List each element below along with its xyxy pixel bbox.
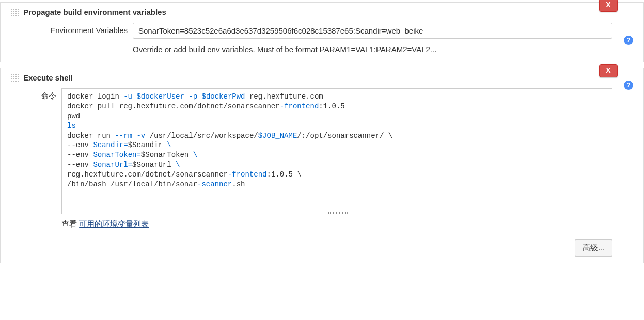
command-row: 命令 docker login -u $dockerUser -p $docke…: [1, 86, 643, 231]
help-icon[interactable]: ?: [624, 36, 633, 45]
build-step-propagate-env: X ? Propagate build environment variable…: [0, 2, 644, 62]
drag-handle-icon[interactable]: [11, 8, 19, 17]
section-header: Execute shell: [1, 73, 643, 86]
help-icon[interactable]: ?: [624, 81, 633, 90]
env-variables-label: Environment Variables: [32, 23, 133, 35]
env-vars-see-row: 查看 可用的环境变量列表: [61, 219, 612, 229]
shell-command-editor[interactable]: docker login -u $dockerUser -p $dockerPw…: [61, 88, 612, 214]
delete-build-step-button[interactable]: X: [599, 64, 618, 77]
env-variables-row: Environment Variables Override or add bu…: [1, 21, 643, 56]
env-variables-hint: Override or add build env variables. Mus…: [133, 45, 612, 54]
section-title: Execute shell: [23, 73, 73, 82]
advanced-button-row: 高级...: [1, 231, 643, 257]
see-label: 查看: [61, 219, 79, 228]
drag-handle-icon[interactable]: [11, 74, 19, 82]
build-step-execute-shell: X ? Execute shell 命令 docker login -u $do…: [0, 68, 644, 263]
section-header: Propagate build environment variables: [1, 8, 643, 21]
advanced-button[interactable]: 高级...: [575, 239, 612, 257]
delete-build-step-button[interactable]: X: [599, 0, 618, 12]
env-variables-input[interactable]: [133, 23, 612, 39]
section-title: Propagate build environment variables: [23, 8, 166, 17]
available-env-vars-link[interactable]: 可用的环境变量列表: [79, 219, 149, 228]
command-label: 命令: [32, 88, 61, 101]
